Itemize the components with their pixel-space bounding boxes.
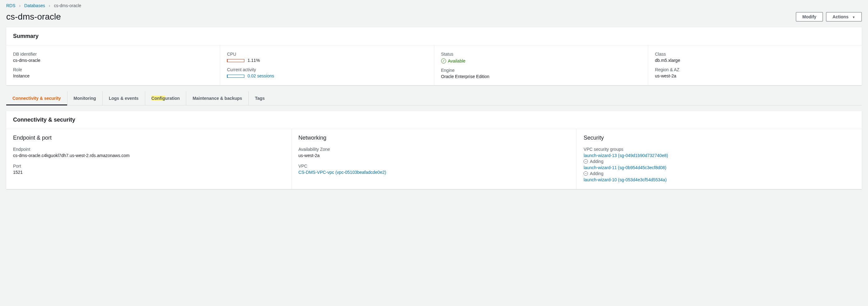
cpu-value: 1.11% bbox=[227, 58, 427, 63]
breadcrumb-databases[interactable]: Databases bbox=[24, 3, 45, 8]
cpu-percent: 1.11% bbox=[247, 58, 260, 63]
class-value: db.m5.xlarge bbox=[655, 58, 855, 63]
breadcrumb-current: cs-dms-oracle bbox=[54, 3, 81, 8]
breadcrumb: RDS › Databases › cs-dms-oracle bbox=[0, 0, 868, 10]
details-grid: Endpoint & port Endpoint cs-dms-oracle.c… bbox=[6, 129, 862, 189]
security-group-link-3[interactable]: launch-wizard-10 (sg-053d4e3cf54d5534a) bbox=[584, 177, 666, 182]
security-groups-label: VPC security groups bbox=[584, 147, 855, 152]
class-label: Class bbox=[655, 52, 855, 57]
tab-logs-events[interactable]: Logs & events bbox=[102, 91, 145, 105]
tab-monitoring[interactable]: Monitoring bbox=[67, 91, 102, 105]
region-az-value: us-west-2a bbox=[655, 73, 855, 79]
breadcrumb-rds[interactable]: RDS bbox=[6, 3, 16, 8]
tab-tags[interactable]: Tags bbox=[249, 91, 271, 105]
vpc-label: VPC bbox=[299, 163, 570, 169]
summary-header: Summary bbox=[6, 27, 862, 45]
engine-value: Oracle Enterprise Edition bbox=[441, 74, 641, 79]
role-label: Role bbox=[13, 67, 213, 72]
endpoint-value: cs-dms-oracle.c4kguokl7dh7.us-west-2.rds… bbox=[13, 153, 284, 158]
summary-panel: Summary DB identifier cs-dms-oracle Role… bbox=[6, 27, 862, 85]
cpu-label: CPU bbox=[227, 52, 427, 57]
sessions-link[interactable]: 0.02 sessions bbox=[247, 73, 274, 79]
tab-configuration[interactable]: Configuration bbox=[145, 91, 187, 105]
engine-label: Engine bbox=[441, 68, 641, 73]
port-value: 1521 bbox=[13, 170, 284, 175]
summary-col-class: Class db.m5.xlarge Region & AZ us-west-2… bbox=[648, 45, 862, 85]
role-value: Instance bbox=[13, 73, 213, 79]
adding-text: Adding bbox=[590, 171, 603, 176]
current-activity-value: 0.02 sessions bbox=[227, 73, 427, 79]
minus-circle-icon: − bbox=[584, 171, 588, 176]
actions-button[interactable]: Actions ▼ bbox=[826, 12, 862, 22]
sessions-bar-icon bbox=[227, 74, 244, 78]
az-label: Availability Zone bbox=[299, 147, 570, 152]
current-activity-label: Current activity bbox=[227, 67, 427, 72]
tab-connectivity[interactable]: Connectivity & security bbox=[6, 91, 67, 105]
security-group-link-1[interactable]: launch-wizard-13 (sg-049d1b90d732740e8) bbox=[584, 153, 668, 158]
page-header: cs-dms-oracle Modify Actions ▼ bbox=[0, 10, 868, 27]
adding-status: − Adding bbox=[584, 159, 603, 164]
summary-col-identifier: DB identifier cs-dms-oracle Role Instanc… bbox=[6, 45, 220, 85]
highlighted-text: Config bbox=[151, 96, 165, 101]
adding-status: − Adding bbox=[584, 171, 603, 176]
summary-col-status: Status ✓ Available Engine Oracle Enterpr… bbox=[434, 45, 648, 85]
db-identifier-value: cs-dms-oracle bbox=[13, 58, 213, 63]
chevron-right-icon: › bbox=[19, 3, 21, 8]
header-actions: Modify Actions ▼ bbox=[796, 12, 862, 22]
status-value: ✓ Available bbox=[441, 58, 466, 63]
page-title: cs-dms-oracle bbox=[6, 12, 61, 22]
networking-col: Networking Availability Zone us-west-2a … bbox=[291, 129, 577, 189]
tabs: Connectivity & security Monitoring Logs … bbox=[6, 91, 862, 105]
tab-maintenance-backups[interactable]: Maintenance & backups bbox=[186, 91, 249, 105]
endpoint-label: Endpoint bbox=[13, 147, 284, 152]
check-circle-icon: ✓ bbox=[441, 58, 446, 63]
connectivity-header: Connectivity & security bbox=[6, 111, 862, 129]
summary-grid: DB identifier cs-dms-oracle Role Instanc… bbox=[6, 45, 862, 85]
endpoint-port-heading: Endpoint & port bbox=[13, 135, 284, 141]
security-col: Security VPC security groups launch-wiza… bbox=[577, 129, 862, 189]
summary-title: Summary bbox=[13, 33, 855, 39]
status-text: Available bbox=[448, 58, 466, 63]
minus-circle-icon: − bbox=[584, 159, 588, 163]
security-group-link-2[interactable]: launch-wizard-11 (sg-0b954d45c3ecf8d08) bbox=[584, 165, 666, 170]
actions-button-label: Actions bbox=[833, 14, 848, 19]
db-identifier-label: DB identifier bbox=[13, 52, 213, 57]
security-heading: Security bbox=[584, 135, 855, 141]
connectivity-panel: Connectivity & security Endpoint & port … bbox=[6, 111, 862, 189]
region-az-label: Region & AZ bbox=[655, 67, 855, 72]
connectivity-title: Connectivity & security bbox=[13, 117, 855, 123]
az-value: us-west-2a bbox=[299, 153, 570, 158]
vpc-link[interactable]: CS-DMS-VPC-vpc (vpc-05103beafadcde0e2) bbox=[299, 170, 386, 175]
status-label: Status bbox=[441, 52, 641, 57]
adding-text: Adding bbox=[590, 159, 603, 164]
summary-col-cpu: CPU 1.11% Current activity 0.02 sessions bbox=[220, 45, 434, 85]
port-label: Port bbox=[13, 163, 284, 169]
caret-down-icon: ▼ bbox=[852, 16, 855, 19]
networking-heading: Networking bbox=[299, 135, 570, 141]
cpu-bar-icon bbox=[227, 59, 244, 62]
chevron-right-icon: › bbox=[49, 3, 50, 8]
modify-button[interactable]: Modify bbox=[796, 12, 823, 22]
endpoint-port-col: Endpoint & port Endpoint cs-dms-oracle.c… bbox=[6, 129, 291, 189]
